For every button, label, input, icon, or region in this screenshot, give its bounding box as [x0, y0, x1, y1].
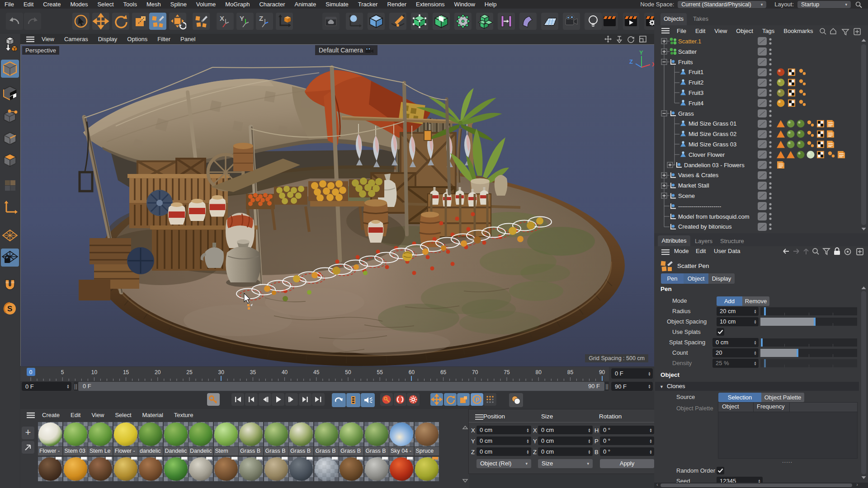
svg-text:Created by bitonicus: Created by bitonicus	[678, 223, 732, 230]
svg-text:30: 30	[218, 369, 225, 375]
svg-text:Model from turbosquid.com: Model from turbosquid.com	[678, 213, 750, 220]
svg-text:25: 25	[186, 369, 193, 375]
svg-text:S: S	[7, 305, 12, 313]
svg-text:X: X	[220, 14, 224, 22]
svg-text:Grass: Grass	[678, 110, 694, 117]
svg-text:Z: Z	[259, 14, 263, 22]
svg-text:65: 65	[440, 369, 447, 375]
svg-text:45: 45	[313, 369, 320, 375]
svg-text:55: 55	[377, 369, 383, 375]
svg-text:----------------------: ----------------------	[678, 203, 721, 210]
svg-text:Fruits: Fruits	[678, 59, 693, 66]
svg-text:Clover Flower: Clover Flower	[689, 151, 725, 158]
svg-text:Scene: Scene	[678, 192, 695, 199]
svg-text:20: 20	[155, 369, 161, 375]
svg-text:Market Stall: Market Stall	[678, 182, 709, 189]
svg-text:70: 70	[472, 369, 478, 375]
svg-text:Mid Size Grass 01: Mid Size Grass 01	[689, 120, 736, 127]
svg-text:Y: Y	[639, 49, 643, 56]
svg-text:85: 85	[567, 369, 574, 375]
svg-text:Scatter.1: Scatter.1	[678, 38, 701, 45]
svg-text:P: P	[476, 396, 480, 403]
svg-text:Fruit4: Fruit4	[689, 100, 703, 107]
svg-text:90: 90	[599, 369, 605, 375]
svg-text:Vases & Crates: Vases & Crates	[678, 172, 719, 178]
svg-text:60: 60	[409, 369, 415, 375]
svg-text:50: 50	[345, 369, 351, 375]
svg-text:Fruit1: Fruit1	[689, 69, 703, 75]
svg-text:40: 40	[282, 369, 288, 375]
svg-text:Fruit3: Fruit3	[689, 89, 703, 96]
svg-text:Dandelion 03 - Flowers: Dandelion 03 - Flowers	[684, 162, 745, 169]
svg-text:Fruit2: Fruit2	[689, 79, 703, 86]
svg-text:80: 80	[536, 369, 542, 375]
svg-text:Z: Z	[629, 58, 633, 65]
svg-text:75: 75	[504, 369, 510, 375]
svg-text:15: 15	[123, 369, 129, 375]
svg-text:10: 10	[91, 369, 98, 375]
svg-text:Scatter: Scatter	[678, 48, 697, 55]
svg-text:Mid Size Grass 02: Mid Size Grass 02	[689, 131, 736, 137]
svg-text:35: 35	[250, 369, 256, 375]
svg-text:0: 0	[29, 369, 33, 375]
svg-text:5: 5	[61, 369, 64, 375]
svg-text:Mid Size Grass 03: Mid Size Grass 03	[689, 141, 736, 148]
svg-text:Y: Y	[240, 14, 244, 22]
